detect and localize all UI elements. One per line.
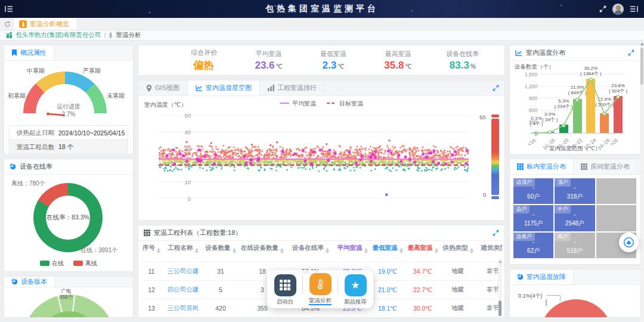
tab-overview-props[interactable]: 概况属性 — [4, 45, 54, 60]
table-scrollbar[interactable] — [498, 259, 502, 317]
column-header-2[interactable]: 设备数量 — [204, 241, 237, 256]
stat-avg-temp: 平均室温 23.6℃ — [236, 45, 301, 75]
legend-avg-temp[interactable]: 平均室温 — [280, 100, 316, 108]
stat-evaluation: 综合评价 偏热 — [172, 45, 236, 75]
tab-room-dist[interactable]: 房间室温分布 — [574, 159, 637, 174]
refresh-icon[interactable] — [0, 18, 14, 30]
fault-slice-label: 0.1%(4个) — [518, 292, 543, 300]
dist-bar->26[interactable] — [614, 96, 623, 133]
tab-gis-view[interactable]: GIS视图 — [138, 80, 188, 95]
breadcrumb-company[interactable]: 包头市热力(集团)有限责任公司 — [16, 31, 101, 39]
table-icon — [144, 230, 150, 236]
stat-max-temp: 最高室温 35.8℃ — [366, 45, 430, 75]
progress-value: 2.7% — [4, 110, 133, 118]
expand-icon[interactable] — [493, 230, 499, 236]
fault-pie-chart: 0.1%(4个) — [510, 285, 640, 317]
dock-launchpad[interactable]: 启动台 — [270, 274, 300, 305]
overview-panel: 概况属性 初寒期 中寒期 严寒期 末寒期 运行进度 2.7% 供热起止日期202… — [4, 45, 134, 154]
column-header-9[interactable]: 建筑类型 — [475, 241, 502, 256]
tab-temp-fault[interactable]: 室内温度故障 — [510, 270, 574, 284]
star-chart-panel: GIS视图 室内温度星空图 工程室温排行 室内温度（℃） 平均室温 — [138, 80, 505, 221]
offline-count-label: 离线：780个 — [11, 179, 45, 188]
open-tabs-bar: 室温分析概览 — [0, 18, 644, 30]
expand-icon[interactable] — [628, 49, 634, 56]
house-cell-empty — [596, 205, 636, 231]
temp-fault-panel: 室内温度故障 0.1%(4个) — [509, 269, 640, 318]
dock-room-temp-analysis[interactable]: 室温分析 — [305, 273, 335, 305]
project-name-link[interactable]: 四公司公建 — [162, 280, 204, 299]
table-title: 室温工程列表（工程数量:18） — [154, 228, 242, 237]
indoor-temp-scatter-chart: 室内温度（℃） 平均室温 目标室温 50403020100 50 0 — [138, 96, 504, 220]
thermometer-icon — [19, 20, 27, 28]
house-cell-empty — [596, 178, 636, 204]
right-column: 室内温度分布 设备数量（个） 0.1%( 4个 )0.9%( 34个 )5.3%… — [509, 45, 640, 318]
house-cell-边户[interactable]: 边户-1175户 — [513, 205, 553, 231]
online-count-label: 在线：3891个 — [80, 246, 117, 255]
floating-service-button[interactable] — [619, 233, 639, 252]
house-cell-边顶户[interactable]: 边顶户-50户 — [513, 178, 553, 204]
breadcrumb-page: 室温分析 — [116, 31, 141, 39]
star-icon: ★ — [351, 280, 360, 290]
device-online-panel: 设备在线率 在线率：83.3% 离线：780个 在线：3891个 在线 离线 — [4, 159, 134, 272]
fullscreen-icon[interactable] — [599, 5, 606, 13]
legend-offline[interactable]: 离线 — [73, 259, 97, 268]
dock-new-products[interactable]: ★ 新品推荐 — [340, 274, 370, 305]
legend-online[interactable]: 在线 — [40, 259, 64, 268]
stat-online-rate: 设备在线率 83.3% — [431, 45, 495, 75]
app-dock: 启动台 室温分析 ★ 新品推荐 — [267, 270, 373, 308]
bar-chart-icon — [515, 49, 522, 56]
building-icon — [6, 32, 13, 38]
online-legend: 在线 离线 — [4, 258, 133, 271]
dist-bar-20~22[interactable] — [573, 99, 582, 133]
project-name-link[interactable]: 二公司居民 — [162, 256, 204, 262]
tab-room-temp-overview[interactable]: 室温分析概览 — [14, 18, 76, 30]
project-name-link[interactable]: 三公司居民 — [162, 299, 204, 317]
dist-bar-16~18[interactable] — [546, 132, 555, 133]
house-cell-边底户[interactable]: 边底户-62户 — [513, 233, 553, 258]
column-header-1[interactable]: 工程名称 — [162, 241, 204, 256]
online-rate-donut: 在线率：83.3% — [33, 183, 103, 252]
column-header-5[interactable]: 平均室温 — [334, 241, 371, 256]
project-name-link[interactable]: 三公司公建 — [162, 262, 204, 280]
sidebar-toggle-icon[interactable] — [630, 5, 638, 13]
table-row[interactable]: 10二公司居民33129187.9%23.0℃19.5℃31.0℃地暖非节能 — [141, 256, 502, 262]
pie-icon — [10, 163, 16, 170]
house-position-grid: 边顶户-50户顶户-318户边户-1175户中户-2548户边底户-62户底户-… — [510, 175, 640, 262]
column-header-8[interactable]: 供热类型 — [441, 241, 475, 256]
thermometer-icon — [109, 32, 113, 38]
dist-bar-18~20[interactable] — [559, 125, 568, 133]
version-sunburst: 广电 356个 — [4, 287, 133, 317]
summary-stats-bar: 综合评价 偏热 平均室温 23.6℃ 最低室温 2.3℃ 最高室温 35.8℃ … — [138, 45, 505, 76]
column-header-3[interactable]: 在线设备数量 — [237, 241, 287, 256]
house-cell-底户[interactable]: 底户-518户 — [555, 233, 595, 258]
column-header-4[interactable]: 设备在线率 — [287, 241, 334, 256]
temp-distribution-panel: 室内温度分布 设备数量（个） 0.1%( 4个 )0.9%( 34个 )5.3%… — [509, 45, 640, 154]
heating-period-gauge: 初寒期 中寒期 严寒期 末寒期 运行进度 2.7% — [4, 66, 133, 123]
stat-min-temp: 最低室温 2.3℃ — [301, 45, 366, 75]
temperature-colorbar[interactable] — [491, 119, 499, 195]
legend-target-temp[interactable]: 目标室温 — [327, 100, 363, 108]
house-cell-顶户[interactable]: 顶户-318户 — [555, 178, 595, 204]
user-avatar[interactable] — [612, 4, 624, 15]
column-header-0[interactable]: 序号 — [141, 241, 162, 256]
app-header: 包热集团室温监测平台 — [0, 0, 644, 18]
tab-device-version[interactable]: 设备版本 — [4, 277, 55, 287]
tab-temp-ranking[interactable]: 工程室温排行 — [260, 80, 325, 95]
left-column: 概况属性 初寒期 中寒期 严寒期 末寒期 运行进度 2.7% 供热起止日期202… — [4, 45, 134, 318]
device-version-panel: 设备版本 广电 356个 — [4, 276, 134, 318]
tab-star-chart[interactable]: 室内温度星空图 — [188, 80, 260, 95]
scatter-legend: 平均室温 目标室温 — [138, 100, 504, 108]
column-header-7[interactable]: 最高室温 — [404, 241, 441, 256]
building-temp-panel: 栋内室温分布 房间室温分布 边顶户-50户顶户-318户边户-1175户中户-2… — [509, 159, 640, 265]
launchpad-grid-icon — [280, 280, 290, 290]
breadcrumb: 包头市热力(集团)有限责任公司 / 室温分析 — [0, 30, 644, 41]
tab-building-dist[interactable]: 栋内室温分布 — [510, 159, 574, 174]
house-cell-中户[interactable]: 中户-2548户 — [555, 205, 595, 231]
expand-icon[interactable] — [493, 85, 504, 91]
temp-distribution-chart: 设备数量（个） 0.1%( 4个 )0.9%( 34个 )5.3%( 204个 … — [510, 61, 640, 154]
version-slice-label: 广电 356个 — [48, 289, 84, 300]
dist-bar-24~26[interactable] — [600, 113, 609, 133]
column-header-6[interactable]: 最低室温 — [371, 241, 404, 256]
page-scrollbar[interactable] — [640, 41, 644, 322]
progress-label: 运行进度 — [4, 103, 133, 110]
